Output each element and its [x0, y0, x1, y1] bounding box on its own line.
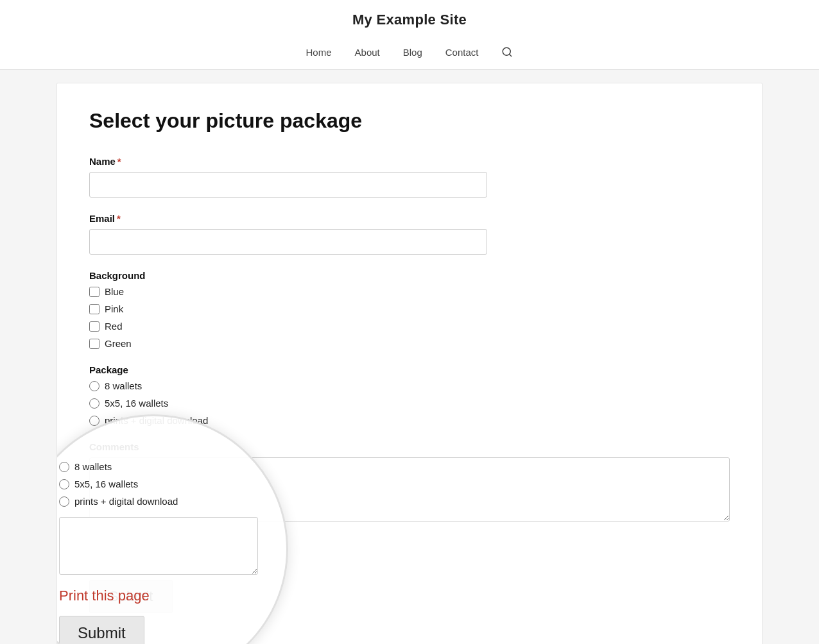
radio-8wallets-input[interactable] [89, 381, 99, 391]
comments-label: Comments [89, 441, 730, 452]
mag-submit-button: Submit [59, 616, 144, 644]
checkbox-red[interactable]: Red [89, 321, 730, 332]
svg-line-1 [510, 54, 512, 56]
checkbox-green-input[interactable] [89, 339, 99, 349]
main-nav: Home About Blog Contact [26, 37, 793, 69]
nav-about[interactable]: About [355, 47, 380, 58]
package-label: Package [89, 364, 730, 375]
checkbox-pink[interactable]: Pink [89, 303, 730, 314]
background-checkboxes: Blue Pink Red Green [89, 286, 730, 349]
radio-5x5-input[interactable] [89, 398, 99, 409]
radio-digital-input[interactable] [89, 416, 99, 426]
checkbox-red-input[interactable] [89, 321, 99, 332]
email-field-group: Email* [89, 213, 730, 255]
email-input[interactable] [89, 229, 487, 255]
site-header: My Example Site Home About Blog Contact [0, 0, 819, 70]
checkbox-green[interactable]: Green [89, 338, 730, 349]
name-field-group: Name* [89, 156, 730, 198]
print-link[interactable]: Print this page [89, 550, 171, 564]
main-content: Select your picture package Name* Email*… [44, 70, 775, 644]
comments-field-group: Comments [89, 441, 730, 524]
radio-digital[interactable]: prints + digital download [89, 415, 730, 426]
submit-button[interactable]: Submit [89, 580, 173, 613]
package-field-group: Package 8 wallets 5x5, 16 wallets prints… [89, 364, 730, 426]
background-label: Background [89, 270, 730, 281]
nav-contact[interactable]: Contact [445, 47, 479, 58]
package-radios: 8 wallets 5x5, 16 wallets prints + digit… [89, 380, 730, 426]
checkbox-blue-input[interactable] [89, 287, 99, 297]
checkbox-pink-input[interactable] [89, 304, 99, 314]
radio-5x5[interactable]: 5x5, 16 wallets [89, 398, 730, 409]
checkbox-blue[interactable]: Blue [89, 286, 730, 297]
mag-radio-8wallets-input [59, 462, 69, 472]
name-input[interactable] [89, 172, 487, 198]
mag-radio-5x5-input [59, 479, 69, 489]
radio-8wallets[interactable]: 8 wallets [89, 380, 730, 391]
mag-radio-digital-input [59, 496, 69, 507]
name-required-star: * [117, 156, 121, 167]
comments-textarea[interactable] [89, 457, 730, 521]
mag-textarea [59, 517, 258, 575]
form-title: Select your picture package [89, 109, 730, 133]
form-card: Select your picture package Name* Email*… [56, 83, 763, 644]
site-title: My Example Site [26, 0, 793, 37]
email-label: Email* [89, 213, 730, 224]
search-icon[interactable] [501, 46, 513, 58]
nav-blog[interactable]: Blog [403, 47, 422, 58]
background-field-group: Background Blue Pink Red Green [89, 270, 730, 349]
nav-home[interactable]: Home [306, 47, 332, 58]
email-required-star: * [117, 213, 121, 224]
name-label: Name* [89, 156, 730, 167]
